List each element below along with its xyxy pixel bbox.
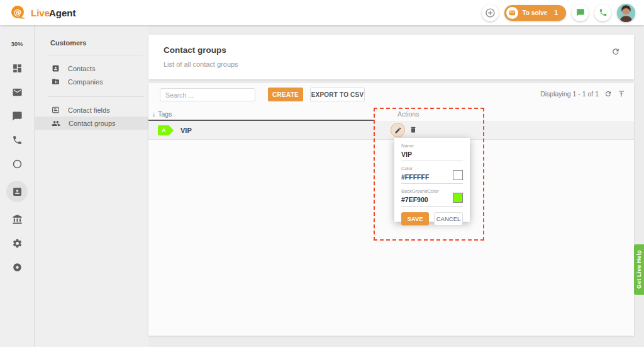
- logo-bubble-icon: @: [10, 5, 26, 20]
- divider: [48, 96, 143, 97]
- cancel-button[interactable]: CANCEL: [434, 212, 463, 225]
- rail-item-academy[interactable]: [6, 212, 28, 226]
- ring-icon: [12, 159, 23, 169]
- delete-button[interactable]: [409, 126, 417, 134]
- mail-icon: [12, 87, 23, 98]
- trash-icon: [409, 126, 417, 134]
- tag-name: VIP: [180, 127, 192, 134]
- chat-bubble-icon: [576, 8, 585, 17]
- sidebar-item-label: Contact fields: [68, 106, 110, 114]
- to-solve-button[interactable]: To solve 1: [504, 5, 566, 21]
- top-bar: @ LiveAgent To solve 1: [0, 0, 644, 25]
- pencil-icon: [394, 127, 402, 134]
- logo-text-agent: Agent: [49, 8, 76, 18]
- sidebar-item-contact-groups[interactable]: Contact groups: [35, 117, 148, 130]
- column-header-actions: Actions: [397, 110, 419, 118]
- contact-groups-card: CREATE EXPORT TO CSV Displaying 1 - 1 of…: [148, 83, 634, 336]
- divider: [48, 55, 143, 55]
- sidebar-item-label: Contact groups: [69, 120, 116, 127]
- svg-text:@: @: [14, 8, 22, 17]
- dashboard-icon: [12, 63, 23, 74]
- phone-icon: [12, 135, 23, 145]
- sidebar-item-contact-fields[interactable]: Contact fields: [35, 103, 148, 117]
- logo-text-live: Live: [31, 8, 50, 18]
- rail-item-customers[interactable]: [6, 181, 28, 202]
- page-subtitle: List of all contact groups: [164, 60, 621, 68]
- name-field[interactable]: VIP: [401, 151, 463, 158]
- plus-circle-icon: [485, 8, 496, 18]
- tag-badge: A: [158, 125, 174, 135]
- refresh-button[interactable]: [604, 90, 612, 98]
- sidebar-item-companies[interactable]: Companies: [35, 75, 148, 88]
- rail-item-settings[interactable]: [6, 236, 28, 250]
- get-live-help-button[interactable]: Get Live Help: [634, 244, 644, 295]
- rail-item-social[interactable]: [6, 157, 28, 171]
- add-button[interactable]: [482, 4, 499, 21]
- icon-rail: 30%: [0, 25, 35, 347]
- usage-percent: 30%: [11, 40, 23, 47]
- refresh-button[interactable]: [611, 47, 620, 56]
- page-title: Contact groups: [164, 45, 621, 55]
- column-header-tags[interactable]: ↓ Tags: [152, 110, 172, 118]
- calls-button[interactable]: [594, 4, 611, 21]
- sidebar-item-contacts[interactable]: Contacts: [35, 62, 148, 75]
- target-icon: [13, 263, 22, 272]
- color-field[interactable]: #FFFFFF: [401, 173, 429, 181]
- sidebar-item-label: Companies: [68, 78, 103, 86]
- chats-button[interactable]: [572, 4, 589, 21]
- page-header-card: Contact groups List of all contact group…: [148, 35, 634, 79]
- contact-card-icon: [12, 186, 23, 197]
- export-to-csv-button[interactable]: EXPORT TO CSV: [310, 88, 365, 101]
- get-live-help-label: Get Live Help: [636, 250, 642, 288]
- background-color-field[interactable]: #7EF900: [401, 196, 428, 203]
- rail-item-calls[interactable]: [6, 133, 28, 147]
- rail-item-more[interactable]: [6, 260, 28, 274]
- edit-button[interactable]: [391, 123, 405, 137]
- rail-item-dashboard[interactable]: [6, 61, 28, 75]
- to-solve-label: To solve: [523, 9, 548, 16]
- color-swatch[interactable]: [453, 170, 463, 180]
- rail-item-chats[interactable]: [6, 109, 28, 123]
- sidebar-title: Customers: [35, 39, 148, 47]
- name-label: Name: [401, 143, 463, 149]
- gear-icon: [12, 238, 23, 249]
- to-solve-count: 1: [554, 9, 558, 16]
- contact-card-icon: [52, 64, 60, 72]
- user-avatar[interactable]: [617, 4, 635, 22]
- phone-icon: [599, 8, 608, 17]
- bank-icon: [12, 214, 23, 225]
- group-icon: [52, 119, 60, 128]
- background-color-swatch[interactable]: [453, 193, 463, 203]
- create-button[interactable]: CREATE: [268, 88, 303, 101]
- chat-icon: [12, 111, 23, 122]
- sidebar-item-label: Contacts: [68, 65, 95, 72]
- table-row[interactable]: A VIP: [148, 121, 634, 140]
- search-input[interactable]: [160, 88, 255, 101]
- scroll-top-icon[interactable]: [618, 90, 625, 98]
- fields-icon: [52, 106, 60, 114]
- envelope-icon: [506, 7, 518, 19]
- sort-arrow-icon: ↓: [152, 110, 155, 118]
- edit-tag-popup: Name VIP Color #FFFFFF BackGroundColor #…: [394, 138, 470, 222]
- companies-icon: [52, 77, 60, 86]
- customers-sidebar: Customers Contacts Companies Contact fie…: [35, 25, 148, 347]
- save-button[interactable]: SAVE: [401, 212, 429, 225]
- displaying-count: Displaying 1 - 1 of 1: [540, 90, 599, 98]
- liveagent-logo[interactable]: @ LiveAgent: [10, 5, 76, 20]
- rail-item-tickets[interactable]: [6, 85, 28, 99]
